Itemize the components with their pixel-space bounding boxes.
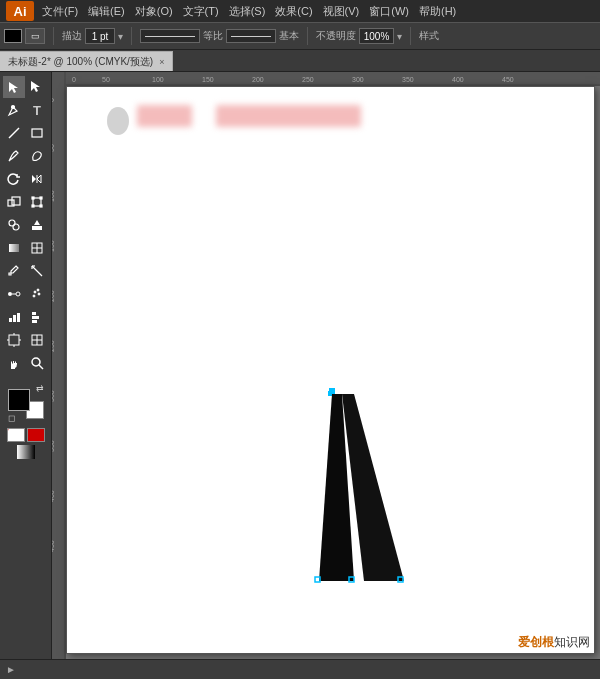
svg-text:100: 100 — [152, 76, 164, 83]
watermark-text: 爱创根知识网 — [518, 635, 590, 649]
svg-text:250: 250 — [52, 340, 55, 352]
svg-marker-5 — [32, 175, 36, 183]
stroke-color-swatch[interactable] — [4, 29, 22, 43]
line-segment-tool[interactable] — [3, 122, 25, 144]
zoom-tool[interactable] — [26, 352, 48, 374]
opacity-dropdown[interactable]: ▾ — [397, 31, 402, 42]
gradient-button[interactable] — [17, 445, 35, 459]
arrow-shape-container — [299, 391, 459, 593]
svg-text:350: 350 — [52, 440, 55, 452]
blend-tool[interactable] — [3, 283, 25, 305]
svg-text:100: 100 — [52, 190, 55, 202]
type-tool[interactable]: T — [26, 99, 48, 121]
svg-rect-14 — [40, 205, 42, 207]
reflect-tool[interactable] — [26, 168, 48, 190]
stroke-label: 描边 — [62, 29, 82, 43]
svg-text:300: 300 — [52, 390, 55, 402]
svg-rect-50 — [52, 72, 600, 86]
document-canvas: 爱创根知识网 — [66, 86, 595, 654]
svg-text:0: 0 — [72, 76, 76, 83]
menu-window[interactable]: 窗口(W) — [369, 4, 409, 19]
svg-point-47 — [32, 358, 40, 366]
eyedropper-tool[interactable] — [3, 260, 25, 282]
stroke-width-input[interactable] — [85, 28, 115, 44]
slice-tool[interactable] — [26, 329, 48, 351]
blurred-rect-2 — [216, 105, 361, 127]
menu-bar[interactable]: 文件(F) 编辑(E) 对象(O) 文字(T) 选择(S) 效果(C) 视图(V… — [42, 4, 456, 19]
free-transform-tool[interactable] — [26, 191, 48, 213]
column-graph-tool[interactable] — [3, 306, 25, 328]
stroke-dropdown-arrow[interactable]: ▾ — [118, 31, 123, 42]
ai-logo: Ai — [6, 1, 34, 21]
arrow-svg — [299, 391, 459, 591]
line-preview[interactable] — [140, 29, 200, 43]
anchor-point-top — [329, 388, 335, 394]
line-preview-2[interactable] — [226, 29, 276, 43]
active-tab[interactable]: 未标题-2* @ 100% (CMYK/预选) × — [0, 51, 173, 71]
symbol-sprayer-tool[interactable] — [26, 283, 48, 305]
svg-point-30 — [37, 289, 39, 291]
blob-brush-tool[interactable] — [26, 145, 48, 167]
rotate-tool[interactable] — [3, 168, 25, 190]
mesh-tool[interactable] — [26, 237, 48, 259]
stroke-color-group: ▭ — [4, 28, 45, 44]
opacity-input[interactable] — [359, 28, 394, 44]
menu-object[interactable]: 对象(O) — [135, 4, 173, 19]
watermark: 爱创根知识网 — [518, 634, 590, 651]
left-toolbar: T — [0, 72, 52, 659]
svg-point-26 — [8, 292, 12, 296]
svg-rect-36 — [32, 312, 36, 315]
svg-rect-4 — [32, 129, 42, 137]
svg-marker-18 — [34, 220, 40, 225]
color-swatches: ⇄ ◻ — [4, 383, 48, 423]
shape-builder-tool[interactable] — [3, 214, 25, 236]
rect-tool[interactable] — [26, 122, 48, 144]
canvas-content: 爱创根知识网 — [67, 87, 594, 653]
artboard-tool[interactable] — [3, 329, 25, 351]
pen-tool[interactable] — [3, 99, 25, 121]
measure-tool[interactable] — [26, 260, 48, 282]
hand-tool[interactable] — [3, 352, 25, 374]
pencil-tool[interactable] — [3, 145, 25, 167]
foreground-color-swatch[interactable] — [8, 389, 30, 411]
menu-file[interactable]: 文件(F) — [42, 4, 78, 19]
status-bar: ► — [0, 659, 600, 679]
fill-none-indicator[interactable] — [7, 428, 25, 442]
fill-stroke-none — [7, 428, 45, 442]
tab-close-button[interactable]: × — [159, 57, 164, 67]
blurred-content-area — [107, 105, 361, 135]
menu-view[interactable]: 视图(V) — [323, 4, 360, 19]
svg-text:300: 300 — [352, 76, 364, 83]
svg-text:150: 150 — [202, 76, 214, 83]
menu-help[interactable]: 帮助(H) — [419, 4, 456, 19]
gradient-tool[interactable] — [3, 237, 25, 259]
svg-rect-38 — [32, 320, 37, 323]
svg-rect-9 — [12, 197, 20, 205]
scale-tool[interactable] — [3, 191, 25, 213]
menu-edit[interactable]: 编辑(E) — [88, 4, 125, 19]
svg-text:450: 450 — [52, 540, 55, 552]
tab-title: 未标题-2* @ 100% (CMYK/预选) — [8, 55, 153, 69]
svg-point-29 — [34, 291, 36, 293]
swap-colors-icon[interactable]: ⇄ — [36, 383, 44, 393]
menu-text[interactable]: 文字(T) — [183, 4, 219, 19]
main-area: T — [0, 72, 600, 659]
style-label: 样式 — [419, 29, 439, 43]
menu-effect[interactable]: 效果(C) — [275, 4, 312, 19]
bar-graph-tool[interactable] — [26, 306, 48, 328]
select-tool[interactable] — [3, 76, 25, 98]
canvas-area[interactable]: 0 50 100 150 200 250 300 350 400 450 0 5… — [52, 72, 600, 659]
color-indicator[interactable] — [27, 428, 45, 442]
tab-bar: 未标题-2* @ 100% (CMYK/预选) × — [0, 50, 600, 72]
menu-select[interactable]: 选择(S) — [229, 4, 266, 19]
svg-rect-13 — [32, 205, 34, 207]
default-colors-icon[interactable]: ◻ — [8, 413, 15, 423]
svg-point-27 — [16, 292, 20, 296]
shape-selector[interactable]: ▭ — [25, 28, 45, 44]
svg-text:250: 250 — [302, 76, 314, 83]
svg-point-16 — [13, 224, 19, 230]
direct-select-tool[interactable] — [26, 76, 48, 98]
separator-3 — [307, 27, 308, 45]
live-paint-tool[interactable] — [26, 214, 48, 236]
svg-rect-19 — [9, 244, 19, 252]
